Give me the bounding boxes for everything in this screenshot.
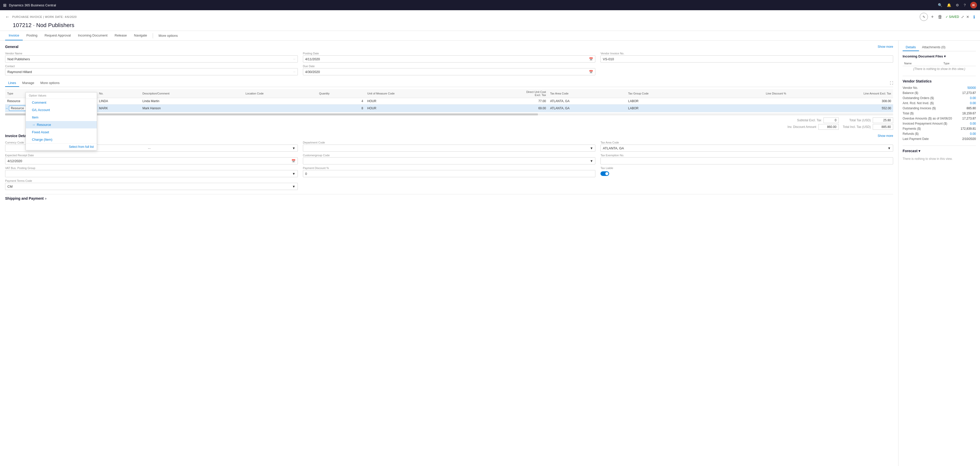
row1-location [243, 98, 317, 105]
row2-location [243, 105, 317, 112]
search-icon[interactable]: 🔍 [938, 3, 942, 7]
help-icon[interactable]: ? [964, 3, 966, 7]
tab-more-options[interactable]: More options [155, 31, 181, 40]
lines-expand-icon[interactable]: ⛶ [890, 81, 893, 85]
due-date-input[interactable]: 4/30/2020 📅 [303, 68, 596, 75]
tab-release[interactable]: Release [111, 31, 130, 40]
forecast-chevron[interactable]: ▾ [918, 149, 920, 153]
vendor-name-dots[interactable]: ··· [293, 58, 295, 60]
subtotal-pct-input[interactable]: 0 [823, 118, 839, 123]
col-tax-group: Tax Group Code [626, 89, 707, 98]
vat-bus-input[interactable]: ▼ [5, 170, 298, 177]
row2-qty: 8 [317, 105, 365, 112]
bell-icon[interactable]: 🔔 [947, 3, 951, 7]
row1-no: LINDA [97, 98, 140, 105]
tab-navigate[interactable]: Navigate [130, 31, 151, 40]
stat-row: Total ($)18,159.67 [903, 111, 976, 116]
currency-dropdown-icon[interactable]: ··· [148, 146, 151, 150]
shipping-payment-section[interactable]: Shipping and Payment › [5, 194, 893, 200]
tab-request-approval[interactable]: Request Approval [41, 31, 75, 40]
row1-tax-group: LABOR [626, 98, 707, 105]
col-type: Type [942, 61, 976, 66]
vat-bus-chevron-icon[interactable]: ▼ [292, 172, 296, 176]
contact-dots[interactable]: ··· [293, 70, 295, 73]
currency-chevron-icon[interactable]: ▼ [292, 146, 296, 150]
tab-incoming-document[interactable]: Incoming Document [74, 31, 111, 40]
info-icon[interactable]: ℹ [974, 14, 975, 19]
row1-desc: Linda Martin [140, 98, 243, 105]
stat-row: Refunds ($)0.00 [903, 131, 976, 136]
avatar[interactable]: IK [970, 2, 977, 8]
stat-label: Outstanding Invoices ($) [903, 107, 936, 110]
add-button[interactable]: + [930, 13, 935, 21]
tax-area-code-input[interactable]: ATLANTA, GA ▼ [600, 145, 893, 152]
vendor-invoice-input[interactable]: VS-010 [600, 56, 893, 62]
lines-tab-more[interactable]: More options [37, 80, 62, 87]
stat-value: 0.00 [970, 122, 976, 126]
invoice-details-show-more[interactable]: Show more [878, 134, 893, 138]
tax-exempt-input[interactable] [600, 157, 893, 164]
payment-discount-input[interactable]: 0 [303, 170, 596, 177]
collapse-button[interactable]: ✕ [966, 15, 969, 19]
col-line-disc: Line Discount % [708, 89, 788, 98]
col-desc: Description/Comment [140, 89, 243, 98]
forecast-empty: There is nothing to show in this view. [903, 155, 976, 163]
expected-receipt-input[interactable]: 4/12/2020 📅 [5, 157, 298, 164]
dept-chevron-icon[interactable]: ▼ [590, 146, 593, 150]
delete-button[interactable]: 🗑 [937, 13, 943, 21]
table-row[interactable]: Resource LINDA Linda Martin 4 HOUR 77.00… [5, 98, 893, 105]
settings-icon[interactable]: ⚙ [956, 3, 959, 7]
tax-area-chevron-icon[interactable]: ▼ [888, 146, 891, 150]
right-panel: Details Attachments (0) Incoming Documen… [898, 41, 980, 466]
lines-tab-manage[interactable]: Manage [19, 80, 37, 87]
due-date-calendar-icon[interactable]: 📅 [589, 70, 593, 74]
incoming-files-chevron[interactable]: ▾ [944, 54, 946, 58]
customergroup-input[interactable]: ▼ [303, 157, 596, 164]
incoming-files-title: Incoming Document Files ▾ [903, 54, 976, 58]
saved-indicator: ✓ SAVED [945, 15, 959, 19]
payment-terms-chevron-icon[interactable]: ▼ [292, 184, 296, 188]
dept-code-field: Department Code ▼ [303, 141, 596, 152]
dept-code-input[interactable]: ▼ [303, 145, 596, 152]
due-date-field: Due Date 4/30/2020 📅 [303, 65, 596, 75]
contact-input[interactable]: Raymond Hillard ··· [5, 68, 298, 75]
edit-button[interactable]: ✎ [920, 13, 928, 21]
right-tab-details[interactable]: Details [903, 44, 919, 51]
stat-label: Payments ($) [903, 127, 921, 130]
col-unit-cost: Direct Unit CostExcl. Tax [469, 89, 548, 98]
expected-receipt-cal-icon[interactable]: 📅 [291, 159, 296, 163]
shipping-payment-chevron: › [45, 196, 46, 200]
tax-liable-toggle[interactable] [600, 171, 609, 176]
customergroup-chevron-icon[interactable]: ▼ [590, 159, 593, 163]
row1-tax-area: ATLANTA, GA [548, 98, 626, 105]
dept-code-label: Department Code [303, 141, 596, 144]
vendor-name-input[interactable]: Nod Publishers ··· [5, 56, 298, 62]
posting-date-calendar-icon[interactable]: 📅 [589, 57, 593, 61]
stat-value: 0.00 [970, 132, 976, 135]
table-row[interactable]: → Resource ▼ MARK Mark Hanson [5, 105, 893, 112]
right-tabs: Details Attachments (0) [903, 44, 976, 51]
expand-button[interactable]: ⤢ [961, 15, 964, 19]
general-show-more[interactable]: Show more [878, 45, 893, 49]
option-comment[interactable]: Comment [26, 99, 97, 106]
payment-discount-field: Payment Discount % 0 [303, 167, 596, 177]
row1-line-amount: 308.00 [788, 98, 893, 105]
invoice-details-header: Invoice Details Show more [5, 134, 893, 138]
option-gl-account[interactable]: G/L Account [26, 106, 97, 112]
app-grid-icon[interactable]: ⊞ [3, 3, 6, 8]
back-button[interactable]: ← [5, 14, 10, 20]
vat-bus-label: VAT Bus. Posting Group [5, 167, 298, 170]
tax-liable-field: Tax Liable [600, 167, 893, 177]
tab-invoice[interactable]: Invoice [5, 31, 23, 40]
payment-terms-input[interactable]: CM ▼ [5, 183, 298, 190]
lines-tabs: Lines Manage More options ⛶ [5, 80, 893, 87]
lines-tab-lines[interactable]: Lines [5, 80, 19, 87]
row2-no: MARK [97, 105, 140, 112]
incoming-files-section: Incoming Document Files ▾ Name Type (The… [903, 54, 976, 72]
posting-date-input[interactable]: 4/11/2020 📅 [303, 56, 596, 62]
tab-posting[interactable]: Posting [23, 31, 41, 40]
col-qty: Quantity [317, 89, 365, 98]
stat-label: Refunds ($) [903, 132, 919, 135]
right-tab-attachments[interactable]: Attachments (0) [919, 44, 948, 51]
posting-date-field: Posting Date 4/11/2020 📅 [303, 52, 596, 62]
